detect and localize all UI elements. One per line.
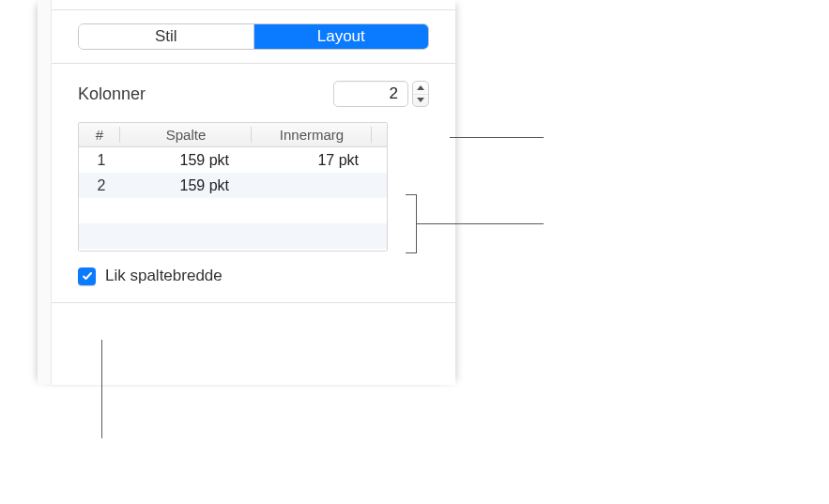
scrollbar-track[interactable] — [38, 0, 52, 385]
tab-layout[interactable]: Layout — [254, 24, 429, 49]
table-row-empty — [79, 198, 387, 223]
equal-width-checkbox[interactable] — [78, 267, 96, 285]
check-icon — [82, 270, 93, 282]
table-body: 1 159 pkt 17 pkt 2 159 pkt — [79, 147, 387, 251]
cell-num: 1 — [79, 152, 120, 169]
table-header: # Spalte Innermarg — [79, 123, 387, 147]
chevron-up-icon — [417, 85, 424, 90]
tab-stil[interactable]: Stil — [79, 24, 254, 49]
layout-panel: Stil Layout Kolonner # Spalte Innermarg — [52, 0, 455, 385]
stepper-up[interactable] — [413, 82, 428, 95]
columns-table: # Spalte Innermarg 1 159 pkt 17 pkt 2 15… — [78, 122, 388, 252]
divider — [52, 302, 455, 303]
style-layout-tabs: Stil Layout — [78, 23, 429, 50]
columns-label: Kolonner — [78, 84, 146, 104]
callout-bracket — [406, 194, 417, 253]
header-spacer — [372, 123, 387, 146]
callout-line — [101, 340, 102, 438]
cell-num: 2 — [79, 177, 120, 194]
chevron-down-icon — [417, 98, 424, 102]
callout-line — [450, 137, 544, 138]
cell-innermarg[interactable]: 17 pkt — [252, 152, 372, 169]
header-num[interactable]: # — [79, 123, 120, 146]
callout-line — [417, 223, 544, 224]
equal-width-label: Lik spaltebredde — [105, 267, 223, 285]
stepper-down[interactable] — [413, 95, 428, 107]
header-spalte[interactable]: Spalte — [120, 123, 252, 146]
cell-spalte[interactable]: 159 pkt — [120, 152, 252, 169]
table-row[interactable]: 1 159 pkt 17 pkt — [79, 147, 387, 173]
cell-spalte[interactable]: 159 pkt — [120, 177, 252, 194]
table-row[interactable]: 2 159 pkt — [79, 173, 387, 198]
header-innermarg[interactable]: Innermarg — [252, 123, 372, 146]
columns-stepper-group — [333, 81, 429, 107]
columns-stepper — [412, 81, 429, 107]
columns-input[interactable] — [333, 81, 408, 107]
table-row-empty — [79, 223, 387, 249]
